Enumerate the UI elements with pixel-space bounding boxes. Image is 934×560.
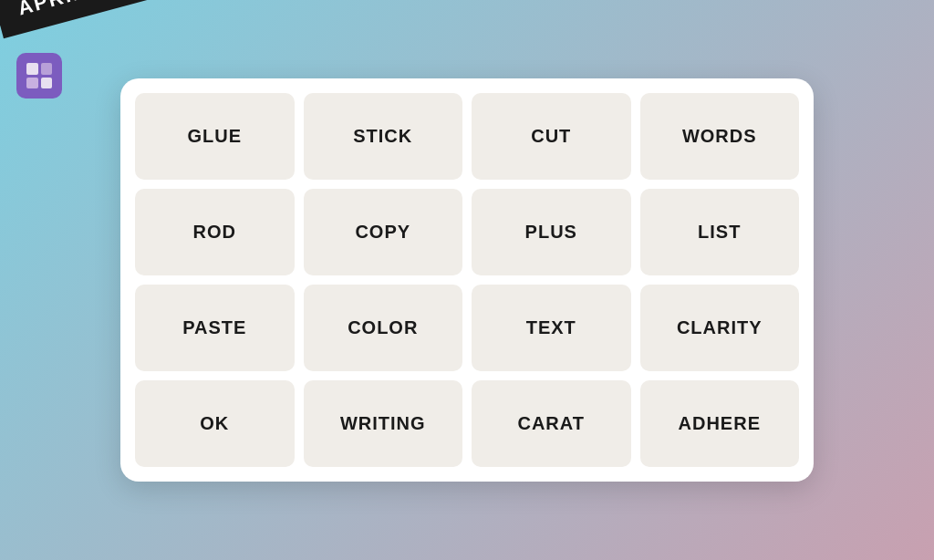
word-label-copy: COPY: [355, 222, 410, 243]
app-icon-cell: [26, 78, 38, 89]
word-tile-text[interactable]: TEXT: [472, 285, 631, 371]
word-label-rod: ROD: [193, 222, 236, 243]
word-tile-rod[interactable]: ROD: [135, 189, 295, 275]
app-icon: [16, 53, 62, 99]
word-label-stick: STICK: [353, 126, 412, 147]
app-icon-cell: [41, 78, 53, 89]
word-tile-plus[interactable]: PLUS: [472, 189, 631, 275]
word-tile-ok[interactable]: OK: [135, 380, 295, 467]
word-label-words: WORDS: [682, 126, 757, 147]
word-label-paste: PASTE: [182, 317, 246, 338]
word-tile-writing[interactable]: WRITING: [304, 380, 463, 467]
word-tile-list[interactable]: LIST: [640, 189, 800, 275]
word-tile-glue[interactable]: GLUE: [135, 93, 295, 180]
word-tile-copy[interactable]: COPY: [304, 189, 463, 275]
word-label-carat: CARAT: [517, 413, 585, 434]
word-tile-words[interactable]: WORDS: [640, 93, 800, 180]
word-label-cut: CUT: [531, 126, 571, 147]
date-banner: APRIL 19: [0, 0, 159, 38]
word-label-clarity: CLARITY: [677, 317, 763, 338]
word-tile-stick[interactable]: STICK: [304, 93, 463, 180]
app-icon-cell: [26, 63, 38, 75]
word-tile-color[interactable]: COLOR: [304, 285, 463, 371]
word-label-ok: OK: [200, 413, 229, 434]
word-tile-paste[interactable]: PASTE: [135, 285, 295, 371]
word-tile-adhere[interactable]: ADHERE: [640, 380, 800, 467]
app-icon-cell: [41, 63, 53, 75]
word-tile-carat[interactable]: CARAT: [472, 380, 631, 467]
word-label-list: LIST: [698, 222, 741, 243]
main-card: GLUESTICKCUTWORDSRODCOPYPLUSLISTPASTECOL…: [120, 78, 814, 482]
word-label-color: COLOR: [348, 317, 418, 338]
word-label-writing: WRITING: [340, 413, 426, 434]
word-label-text: TEXT: [526, 317, 576, 338]
word-label-adhere: ADHERE: [679, 413, 761, 434]
word-tile-cut[interactable]: CUT: [472, 93, 631, 180]
app-icon-grid: [26, 63, 52, 88]
word-tile-clarity[interactable]: CLARITY: [640, 285, 800, 371]
word-label-plus: PLUS: [525, 222, 577, 243]
word-label-glue: GLUE: [187, 126, 242, 147]
word-grid: GLUESTICKCUTWORDSRODCOPYPLUSLISTPASTECOL…: [135, 93, 799, 467]
